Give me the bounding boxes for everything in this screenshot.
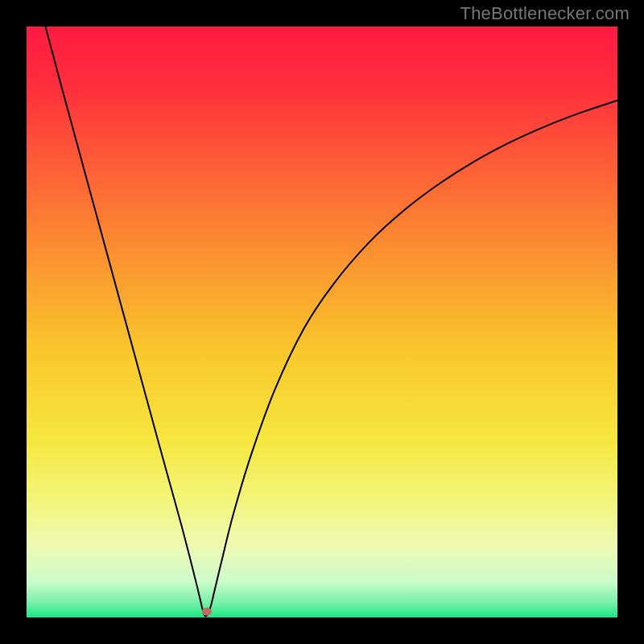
watermark-text: TheBottlenecker.com xyxy=(460,3,630,24)
gradient-background xyxy=(27,27,617,617)
plot-area xyxy=(27,27,617,617)
chart-svg xyxy=(27,27,617,617)
optimum-marker xyxy=(202,608,212,616)
chart-frame: TheBottlenecker.com xyxy=(0,0,644,644)
